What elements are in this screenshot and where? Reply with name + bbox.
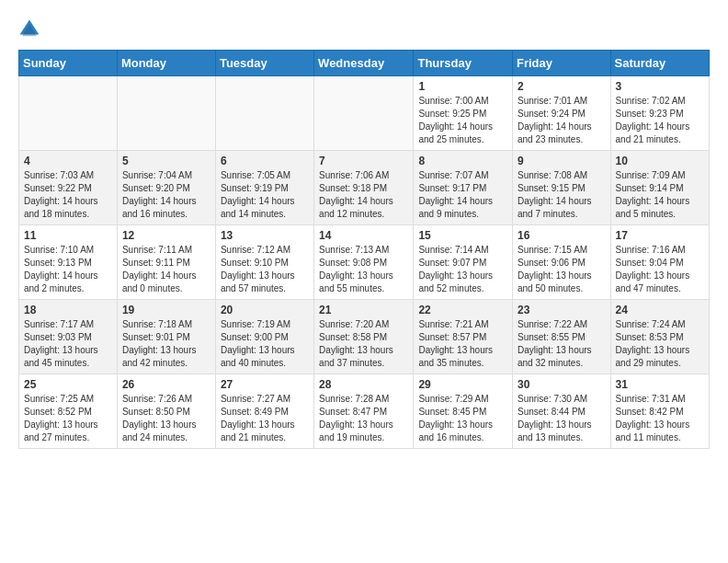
day-info: Sunrise: 7:30 AM Sunset: 8:44 PM Dayligh…	[518, 393, 606, 444]
calendar-cell: 4Sunrise: 7:03 AM Sunset: 9:22 PM Daylig…	[19, 151, 118, 225]
weekday-header-monday: Monday	[117, 51, 215, 76]
day-number: 7	[319, 155, 408, 167]
day-info: Sunrise: 7:19 AM Sunset: 9:00 PM Dayligh…	[221, 318, 309, 370]
weekday-header-thursday: Thursday	[414, 51, 513, 76]
calendar-cell: 3Sunrise: 7:02 AM Sunset: 9:23 PM Daylig…	[610, 76, 709, 151]
calendar-cell: 2Sunrise: 7:01 AM Sunset: 9:24 PM Daylig…	[513, 76, 611, 151]
calendar-cell: 16Sunrise: 7:15 AM Sunset: 9:06 PM Dayli…	[513, 225, 611, 300]
calendar-cell	[117, 76, 215, 151]
day-number: 3	[616, 80, 704, 93]
day-number: 19	[122, 304, 210, 316]
weekday-header-friday: Friday	[513, 51, 611, 76]
day-number: 30	[518, 378, 606, 391]
calendar-cell: 6Sunrise: 7:05 AM Sunset: 9:19 PM Daylig…	[215, 151, 313, 225]
day-info: Sunrise: 7:31 AM Sunset: 8:42 PM Dayligh…	[616, 393, 704, 444]
calendar-cell: 24Sunrise: 7:24 AM Sunset: 8:53 PM Dayli…	[610, 300, 709, 374]
day-info: Sunrise: 7:20 AM Sunset: 8:58 PM Dayligh…	[319, 318, 408, 370]
day-info: Sunrise: 7:15 AM Sunset: 9:06 PM Dayligh…	[518, 244, 606, 295]
day-info: Sunrise: 7:12 AM Sunset: 9:10 PM Dayligh…	[221, 244, 309, 295]
calendar-cell: 29Sunrise: 7:29 AM Sunset: 8:45 PM Dayli…	[414, 374, 513, 449]
calendar-cell: 19Sunrise: 7:18 AM Sunset: 9:01 PM Dayli…	[117, 300, 215, 374]
day-info: Sunrise: 7:24 AM Sunset: 8:53 PM Dayligh…	[616, 318, 704, 370]
day-number: 11	[24, 229, 112, 242]
day-info: Sunrise: 7:09 AM Sunset: 9:14 PM Dayligh…	[616, 169, 704, 221]
day-info: Sunrise: 7:02 AM Sunset: 9:23 PM Dayligh…	[616, 95, 704, 146]
calendar-cell: 31Sunrise: 7:31 AM Sunset: 8:42 PM Dayli…	[610, 374, 709, 449]
day-number: 4	[24, 155, 112, 167]
day-number: 31	[616, 378, 704, 391]
day-number: 23	[518, 304, 606, 316]
day-number: 1	[418, 80, 507, 93]
day-info: Sunrise: 7:00 AM Sunset: 9:25 PM Dayligh…	[418, 95, 507, 146]
day-number: 12	[122, 229, 210, 242]
calendar-cell: 17Sunrise: 7:16 AM Sunset: 9:04 PM Dayli…	[610, 225, 709, 300]
day-number: 27	[221, 378, 309, 391]
calendar-cell: 27Sunrise: 7:27 AM Sunset: 8:49 PM Dayli…	[215, 374, 313, 449]
day-info: Sunrise: 7:14 AM Sunset: 9:07 PM Dayligh…	[418, 244, 507, 295]
calendar-cell	[19, 76, 118, 151]
day-info: Sunrise: 7:01 AM Sunset: 9:24 PM Dayligh…	[518, 95, 606, 146]
calendar-cell: 9Sunrise: 7:08 AM Sunset: 9:15 PM Daylig…	[513, 151, 611, 225]
calendar-cell: 14Sunrise: 7:13 AM Sunset: 9:08 PM Dayli…	[314, 225, 414, 300]
day-info: Sunrise: 7:16 AM Sunset: 9:04 PM Dayligh…	[616, 244, 704, 295]
page-header	[18, 18, 710, 40]
calendar-cell: 5Sunrise: 7:04 AM Sunset: 9:20 PM Daylig…	[117, 151, 215, 225]
day-number: 20	[221, 304, 309, 316]
day-number: 18	[24, 304, 112, 316]
calendar-week-row: 4Sunrise: 7:03 AM Sunset: 9:22 PM Daylig…	[19, 151, 710, 225]
day-number: 22	[418, 304, 507, 316]
day-number: 5	[122, 155, 210, 167]
day-number: 21	[319, 304, 408, 316]
day-info: Sunrise: 7:26 AM Sunset: 8:50 PM Dayligh…	[122, 393, 210, 444]
weekday-header-tuesday: Tuesday	[215, 51, 313, 76]
day-number: 9	[518, 155, 606, 167]
calendar-cell: 10Sunrise: 7:09 AM Sunset: 9:14 PM Dayli…	[610, 151, 709, 225]
calendar-cell: 23Sunrise: 7:22 AM Sunset: 8:55 PM Dayli…	[513, 300, 611, 374]
day-info: Sunrise: 7:08 AM Sunset: 9:15 PM Dayligh…	[518, 169, 606, 221]
calendar-cell: 26Sunrise: 7:26 AM Sunset: 8:50 PM Dayli…	[117, 374, 215, 449]
day-info: Sunrise: 7:06 AM Sunset: 9:18 PM Dayligh…	[319, 169, 408, 221]
day-number: 10	[616, 155, 704, 167]
calendar-cell: 18Sunrise: 7:17 AM Sunset: 9:03 PM Dayli…	[19, 300, 118, 374]
calendar-week-row: 11Sunrise: 7:10 AM Sunset: 9:13 PM Dayli…	[19, 225, 710, 300]
weekday-header-wednesday: Wednesday	[314, 51, 414, 76]
day-number: 15	[418, 229, 507, 242]
day-number: 14	[319, 229, 408, 242]
day-number: 2	[518, 80, 606, 93]
day-info: Sunrise: 7:25 AM Sunset: 8:52 PM Dayligh…	[24, 393, 112, 444]
day-info: Sunrise: 7:28 AM Sunset: 8:47 PM Dayligh…	[319, 393, 408, 444]
day-number: 29	[418, 378, 507, 391]
calendar-cell	[215, 76, 313, 151]
weekday-header-saturday: Saturday	[610, 51, 709, 76]
calendar-cell: 8Sunrise: 7:07 AM Sunset: 9:17 PM Daylig…	[414, 151, 513, 225]
day-info: Sunrise: 7:07 AM Sunset: 9:17 PM Dayligh…	[418, 169, 507, 221]
calendar-cell: 7Sunrise: 7:06 AM Sunset: 9:18 PM Daylig…	[314, 151, 414, 225]
day-number: 28	[319, 378, 408, 391]
day-info: Sunrise: 7:18 AM Sunset: 9:01 PM Dayligh…	[122, 318, 210, 370]
day-info: Sunrise: 7:11 AM Sunset: 9:11 PM Dayligh…	[122, 244, 210, 295]
calendar-cell: 30Sunrise: 7:30 AM Sunset: 8:44 PM Dayli…	[513, 374, 611, 449]
day-info: Sunrise: 7:10 AM Sunset: 9:13 PM Dayligh…	[24, 244, 112, 295]
calendar-cell: 28Sunrise: 7:28 AM Sunset: 8:47 PM Dayli…	[314, 374, 414, 449]
calendar-cell: 13Sunrise: 7:12 AM Sunset: 9:10 PM Dayli…	[215, 225, 313, 300]
day-info: Sunrise: 7:29 AM Sunset: 8:45 PM Dayligh…	[418, 393, 507, 444]
calendar-cell: 25Sunrise: 7:25 AM Sunset: 8:52 PM Dayli…	[19, 374, 118, 449]
logo	[18, 18, 44, 40]
calendar-week-row: 1Sunrise: 7:00 AM Sunset: 9:25 PM Daylig…	[19, 76, 710, 151]
day-number: 6	[221, 155, 309, 167]
day-info: Sunrise: 7:05 AM Sunset: 9:19 PM Dayligh…	[221, 169, 309, 221]
calendar-cell: 12Sunrise: 7:11 AM Sunset: 9:11 PM Dayli…	[117, 225, 215, 300]
weekday-header-row: SundayMondayTuesdayWednesdayThursdayFrid…	[19, 51, 710, 76]
day-number: 17	[616, 229, 704, 242]
day-number: 13	[221, 229, 309, 242]
day-info: Sunrise: 7:13 AM Sunset: 9:08 PM Dayligh…	[319, 244, 408, 295]
calendar-table: SundayMondayTuesdayWednesdayThursdayFrid…	[18, 50, 710, 449]
calendar-week-row: 18Sunrise: 7:17 AM Sunset: 9:03 PM Dayli…	[19, 300, 710, 374]
weekday-header-sunday: Sunday	[19, 51, 118, 76]
calendar-cell: 20Sunrise: 7:19 AM Sunset: 9:00 PM Dayli…	[215, 300, 313, 374]
day-info: Sunrise: 7:17 AM Sunset: 9:03 PM Dayligh…	[24, 318, 112, 370]
day-number: 25	[24, 378, 112, 391]
day-info: Sunrise: 7:03 AM Sunset: 9:22 PM Dayligh…	[24, 169, 112, 221]
day-number: 26	[122, 378, 210, 391]
day-info: Sunrise: 7:21 AM Sunset: 8:57 PM Dayligh…	[418, 318, 507, 370]
